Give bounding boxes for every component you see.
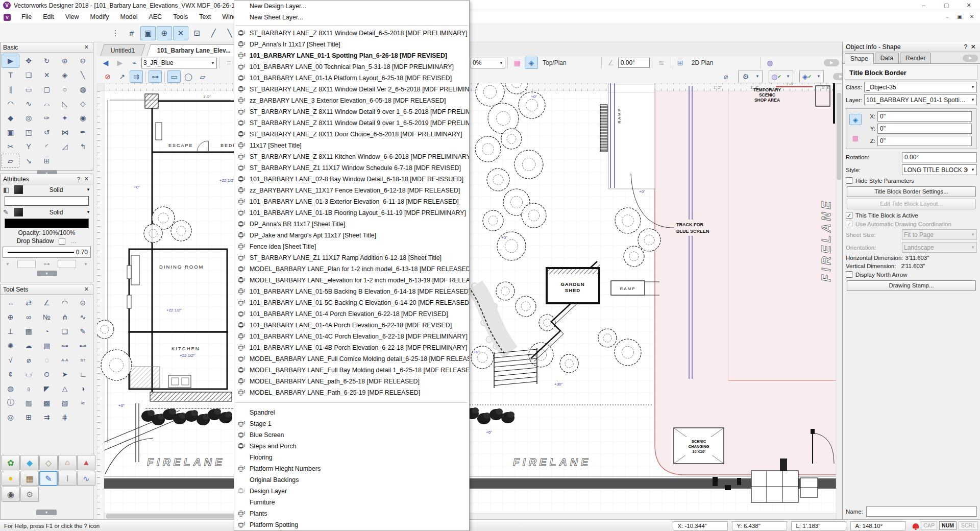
render-mode-icon[interactable]: ◍ <box>763 57 776 69</box>
lasso-select-icon[interactable]: ◯ <box>182 70 195 83</box>
design-layer-item[interactable]: IPlatform Hieght Numbers <box>234 463 469 474</box>
design-layer-item[interactable]: IPlatform Spotting <box>234 519 469 530</box>
space-tool-icon[interactable]: ▦ <box>38 339 56 353</box>
drawing-canvas[interactable]: 1'-2" 1'-4" 1'-8" 1'-8" 1'-0" ESCAPE BED… <box>97 83 842 519</box>
sheet-layer-item[interactable]: IMODEL_BARBARY LANE_path_6-25-18 [MDF RE… <box>234 376 469 387</box>
flow-arrow-tool-icon[interactable]: ⇉ <box>38 410 56 424</box>
spiral-tool-icon[interactable]: ◎ <box>19 111 37 125</box>
sheet-layer-item[interactable]: I101_BARBARY LANE_00 Technical Plan_5-31… <box>234 61 469 73</box>
locus-tool-icon[interactable]: ✕ <box>38 68 56 82</box>
menu-edit[interactable]: Edit <box>37 11 60 23</box>
minimize-button[interactable]: – <box>913 0 935 11</box>
tab-shape[interactable]: Shape <box>845 53 874 64</box>
redline-pen-tool-icon[interactable]: ✎ <box>74 324 92 339</box>
chevron-down-icon[interactable]: ▼ <box>84 262 88 267</box>
snap-to-angle-icon[interactable]: ⊕ <box>157 26 172 40</box>
reshape-tool-icon[interactable]: ◳ <box>19 125 37 139</box>
design-layer-item[interactable]: Original Backings <box>234 474 469 486</box>
sheet-layer-item[interactable]: I101_BARBARY LANE_01-5C Backing C Elevat… <box>234 297 469 308</box>
freehand-tool-icon[interactable]: ∿ <box>19 96 37 111</box>
elevation-arrow-tool-icon[interactable]: ➤ <box>56 367 74 381</box>
sheet-layer-item[interactable]: I101_BARBARY LANE_01-1 Spotting Plan_6-2… <box>234 50 469 61</box>
piping-toolset-icon[interactable]: ∿ <box>77 471 95 486</box>
ruler-strip-tool-icon[interactable]: ▧ <box>56 396 74 410</box>
sheet-layer-item[interactable]: IDP_Jake and Margo's Apt 11x17 [Sheet Ti… <box>234 230 469 241</box>
style-combo[interactable]: LONG TITLE BLOCK 36X48 ▼ <box>902 164 977 175</box>
menu-file[interactable]: File <box>16 11 37 23</box>
center-mark-tool-icon[interactable]: ⊕ <box>2 310 19 324</box>
sheet-layer-item[interactable]: IMODEL_BARBARY LANE_Plan for 1-2 inch mo… <box>234 263 469 275</box>
drawing-stamp-tool-icon[interactable]: ▩ <box>38 396 56 410</box>
splash-tool-icon[interactable]: ✺ <box>2 339 19 353</box>
menu-tools[interactable]: Tools <box>167 11 193 23</box>
pen-color-bar[interactable] <box>5 219 89 228</box>
design-layer-item[interactable]: IStage 1 <box>234 418 469 429</box>
polyline-tool-icon[interactable]: ◺ <box>56 96 74 111</box>
design-layer-item[interactable]: Furniture <box>234 497 469 508</box>
offset-tool-icon[interactable]: ↰ <box>74 139 92 154</box>
clip-tool-icon[interactable]: ▣ <box>2 125 19 139</box>
unified-view-icon[interactable]: ◈ <box>525 57 538 69</box>
settings-gear-icon[interactable]: ⚙ <box>739 70 752 83</box>
sheet-layer-item[interactable]: IST_BARBARY LANE_Z 8X11 Door Choice_6-5-… <box>234 129 469 140</box>
text-tool-icon[interactable]: T <box>2 68 19 82</box>
reference-marker-tool-icon[interactable]: ⊷ <box>74 339 92 353</box>
snap-to-object-icon[interactable]: ▣ <box>140 26 156 40</box>
chevron-down-icon[interactable]: ▼ <box>86 187 90 192</box>
sheet-layer-item[interactable]: IST_BARBARY LANE_Z1 11X17 Ramp Addition … <box>234 252 469 263</box>
design-layer-item[interactable]: IPlants <box>234 508 469 519</box>
layers-stack-icon[interactable]: ≋ <box>655 57 668 69</box>
sheet-layer-item[interactable]: I101_BARBARY LANE_02-8 Bay Window Detail… <box>234 174 469 185</box>
section-line-tool-icon[interactable]: ⊜ <box>38 367 56 381</box>
sheet-layer-item[interactable]: IMODEL_BARBARY LANE_elevation for 1-2 in… <box>234 275 469 286</box>
drag-handle-icon[interactable]: ⋮ <box>108 26 123 40</box>
panel-expand-button[interactable]: ▶ <box>963 55 978 62</box>
radial-dimension-tool-icon[interactable]: ⊙ <box>74 296 92 310</box>
sheet-layer-item[interactable]: IST_BARBARY LANE_Z1 11X17 Window Schedul… <box>234 162 469 174</box>
piping-tool-icon[interactable]: ⋔ <box>56 310 74 324</box>
doc-restore-button[interactable]: ▣ <box>953 13 966 21</box>
sheet-toolset-icon[interactable]: ◇ <box>39 455 58 470</box>
back-arrow-icon[interactable]: ◀ <box>99 57 112 69</box>
pen-style-select[interactable]: Solid <box>26 209 86 216</box>
sheet-layer-item[interactable]: IMODEL_BARBARY LANE_Full Bay Molding det… <box>234 365 469 376</box>
revision-cloud-tool-icon[interactable]: ☁ <box>19 339 37 353</box>
building-toolset-icon[interactable]: ⌂ <box>58 455 77 470</box>
arc-dimension-tool-icon[interactable]: ◠ <box>56 296 74 310</box>
title-block-settings-button[interactable]: Title Block Border Settings... <box>847 186 976 197</box>
new-layer-item[interactable]: New Sheet Layer... <box>234 12 469 23</box>
sheet-layer-item[interactable]: I101_BARBARY LANE_01-1B Flooring Layout_… <box>234 207 469 219</box>
angular-dimension-tool-icon[interactable]: ∠ <box>38 296 56 310</box>
tab-data[interactable]: Data <box>875 53 899 63</box>
settings-toolset-icon[interactable]: ⚙ <box>20 487 39 502</box>
detail-zoom-tool-icon[interactable]: ◌ <box>38 353 56 367</box>
fill-color-swatch[interactable] <box>14 185 23 194</box>
menu-aec[interactable]: AEC <box>143 11 167 23</box>
zoom-combo[interactable]: 0% ▼ <box>471 58 505 68</box>
close-icon[interactable]: ✕ <box>83 44 90 51</box>
collapse-chevron-icon[interactable]: ▼ <box>36 510 57 515</box>
document-tab[interactable]: 101_Barbary Lane_Elev... <box>147 44 241 56</box>
shear-tool-icon[interactable]: ✒ <box>74 125 92 139</box>
polygon-select-icon[interactable]: ▱ <box>196 70 209 83</box>
datum-tool-icon[interactable]: ⊥ <box>2 324 19 339</box>
sheet-layer-item[interactable]: IST_BARBARY LANE_Z 8X11 Window Detail 9 … <box>234 106 469 117</box>
sheet-layer-item[interactable]: I101_BARBARY LANE_01-3 Exterior Elevatio… <box>234 196 469 207</box>
regular-polygon-tool-icon[interactable]: ◆ <box>2 111 19 125</box>
marker-field[interactable] <box>17 260 36 268</box>
design-layer-item[interactable]: IBlue Screen <box>234 429 469 441</box>
arc-tool-icon[interactable]: ◠ <box>2 96 19 111</box>
layer-combo[interactable]: 3_JR_Blue ▼ <box>141 58 217 68</box>
water-toolset-icon[interactable]: ◆ <box>20 455 39 470</box>
stair-numbering-tool-icon[interactable]: № <box>38 310 56 324</box>
rotation-field[interactable]: 0.00° <box>618 58 650 68</box>
callout-root-tool-icon[interactable]: √ <box>2 353 19 367</box>
title-block-active-checkbox[interactable]: ✓ <box>846 212 852 219</box>
wireframe-check-icon[interactable]: ◈✔ <box>800 70 814 83</box>
collapse-chevron-icon[interactable]: ▼ <box>37 271 57 276</box>
snap-to-intersection-icon[interactable]: ✕ <box>173 26 188 40</box>
section-label-tool-icon[interactable]: A-A <box>56 353 74 367</box>
chevron-down-icon[interactable]: ▼ <box>784 70 792 83</box>
marker-field[interactable] <box>58 260 76 268</box>
design-layer-item[interactable]: Flooring <box>234 452 469 463</box>
